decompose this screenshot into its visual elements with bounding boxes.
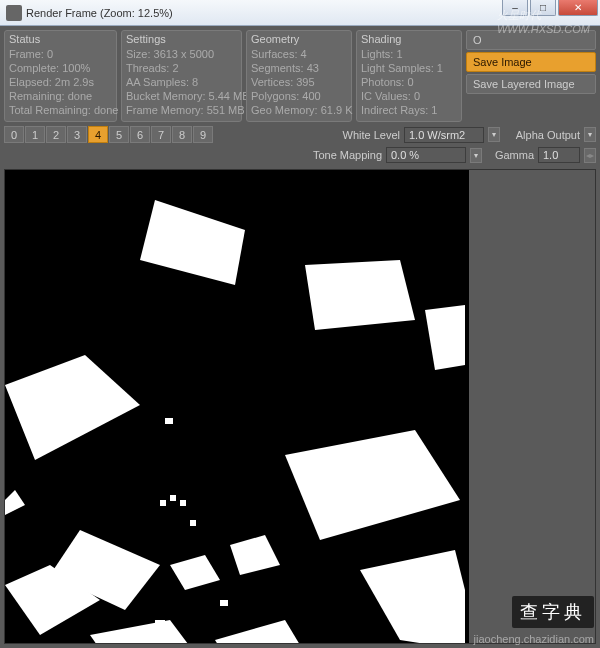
watermark-hxsd: 火星时代 WWW.HXSD.COM [497, 8, 590, 35]
status-elapsed: Elapsed: 2m 2.9s [9, 75, 112, 89]
bucket-tabs: 0123456789 [4, 126, 214, 143]
svg-rect-20 [165, 418, 173, 424]
geo-segments: Segments: 43 [251, 61, 347, 75]
shading-panel: Shading Lights: 1 Light Samples: 1 Photo… [356, 30, 462, 122]
alpha-output-label: Alpha Output [504, 129, 580, 141]
svg-rect-17 [160, 500, 166, 506]
svg-rect-21 [155, 620, 165, 628]
viewport-sidepanel [469, 170, 595, 643]
svg-rect-14 [50, 368, 55, 373]
tab-4[interactable]: 4 [88, 126, 108, 143]
geo-mem: Geo Memory: 61.9 K [251, 103, 347, 117]
svg-rect-16 [57, 375, 62, 380]
tab-1[interactable]: 1 [25, 126, 45, 143]
shading-lights: Lights: 1 [361, 47, 457, 61]
status-title: Status [9, 33, 112, 45]
save-layered-button[interactable]: Save Layered Image [466, 74, 596, 94]
watermark-chazidian: 查字典 [512, 596, 594, 628]
svg-rect-18 [170, 495, 176, 501]
app-icon [6, 5, 22, 21]
tone-mapping-input[interactable]: 0.0 % [386, 147, 466, 163]
settings-threads: Threads: 2 [126, 61, 237, 75]
svg-rect-19 [180, 500, 186, 506]
save-image-button[interactable]: Save Image [466, 52, 596, 72]
geometry-panel: Geometry Surfaces: 4 Segments: 43 Vertic… [246, 30, 352, 122]
tab-5[interactable]: 5 [109, 126, 129, 143]
svg-rect-15 [60, 365, 65, 370]
tab-2[interactable]: 2 [46, 126, 66, 143]
watermark-chazidian-url: jiaocheng.chazidian.com [474, 633, 594, 645]
tab-6[interactable]: 6 [130, 126, 150, 143]
white-level-input[interactable]: 1.0 W/srm2 [404, 127, 484, 143]
shading-indirect: Indirect Rays: 1 [361, 103, 457, 117]
shading-lightsamples: Light Samples: 1 [361, 61, 457, 75]
settings-aa: AA Samples: 8 [126, 75, 237, 89]
svg-rect-22 [220, 600, 228, 606]
geometry-title: Geometry [251, 33, 347, 45]
status-remaining: Remaining: done [9, 89, 112, 103]
white-level-dropdown-icon[interactable]: ▾ [488, 127, 500, 142]
status-panel: Status Frame: 0 Complete: 100% Elapsed: … [4, 30, 117, 122]
geo-surfaces: Surfaces: 4 [251, 47, 347, 61]
settings-title: Settings [126, 33, 237, 45]
settings-framemem: Frame Memory: 551 MB [126, 103, 237, 117]
render-viewport[interactable] [5, 170, 469, 643]
status-complete: Complete: 100% [9, 61, 112, 75]
tab-7[interactable]: 7 [151, 126, 171, 143]
settings-panel: Settings Size: 3613 x 5000 Threads: 2 AA… [121, 30, 242, 122]
tab-3[interactable]: 3 [67, 126, 87, 143]
status-total: Total Remaining: done [9, 103, 112, 117]
tab-9[interactable]: 9 [193, 126, 213, 143]
render-image [5, 170, 465, 643]
shading-photons: Photons: 0 [361, 75, 457, 89]
tone-mapping-dropdown-icon[interactable]: ▾ [470, 148, 482, 163]
white-level-label: White Level [328, 129, 400, 141]
status-frame: Frame: 0 [9, 47, 112, 61]
alpha-output-dropdown-icon[interactable]: ▾ [584, 127, 596, 142]
geo-vertices: Vertices: 395 [251, 75, 347, 89]
geo-polygons: Polygons: 400 [251, 89, 347, 103]
settings-bucket: Bucket Memory: 5.44 MB [126, 89, 237, 103]
svg-marker-2 [305, 260, 415, 330]
svg-rect-23 [190, 520, 196, 526]
gamma-label: Gamma [486, 149, 534, 161]
window-title: Render Frame (Zoom: 12.5%) [26, 7, 173, 19]
tone-mapping-label: Tone Mapping [310, 149, 382, 161]
gamma-input[interactable]: 1.0 [538, 147, 580, 163]
shading-ic: IC Values: 0 [361, 89, 457, 103]
settings-size: Size: 3613 x 5000 [126, 47, 237, 61]
tab-8[interactable]: 8 [172, 126, 192, 143]
gamma-drag-icon[interactable]: ◂▸ [584, 148, 596, 163]
tab-0[interactable]: 0 [4, 126, 24, 143]
shading-title: Shading [361, 33, 457, 45]
